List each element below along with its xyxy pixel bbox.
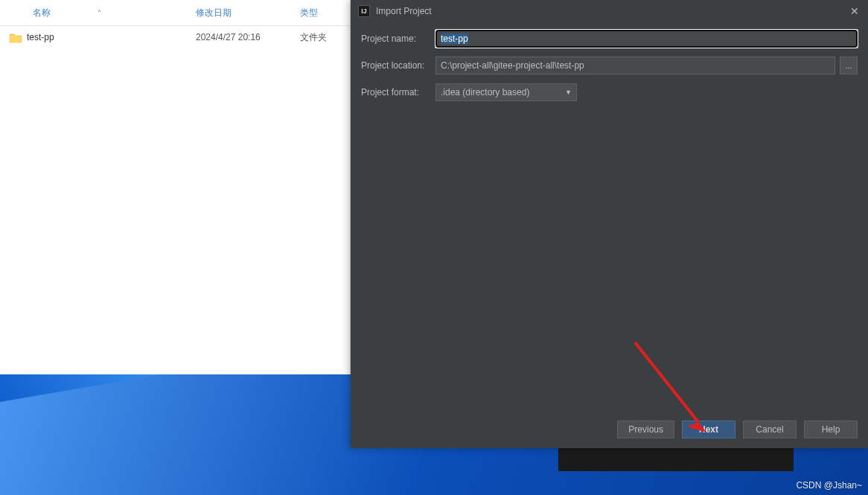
import-project-dialog: IJ Import Project ✕ Project name: Projec… (351, 0, 868, 448)
project-format-value: .idea (directory based) (441, 87, 529, 98)
file-explorer-window: 名称 ˄ 修改日期 类型 test-pp 2024/4/27 20:16 文件夹 (0, 0, 351, 374)
help-button[interactable]: Help (804, 421, 858, 438)
chevron-down-icon: ▼ (565, 89, 572, 96)
column-header-date[interactable]: 修改日期 (188, 7, 293, 19)
file-name: test-pp (27, 32, 54, 42)
browse-button[interactable]: ... (840, 57, 858, 74)
file-row[interactable]: test-pp 2024/4/27 20:16 文件夹 (0, 26, 350, 48)
file-type: 文件夹 (293, 31, 344, 44)
close-icon[interactable]: ✕ (844, 3, 865, 19)
file-date: 2024/4/27 20:16 (188, 32, 293, 42)
column-header-name[interactable]: 名称 ˄ (6, 7, 188, 19)
column-header-type[interactable]: 类型 (293, 7, 344, 19)
previous-button[interactable]: Previous (617, 421, 674, 438)
project-format-label: Project format: (361, 87, 435, 98)
project-name-label: Project name: (361, 33, 435, 44)
dialog-title: Import Project (376, 6, 432, 16)
dialog-footer: Previous Next Cancel Help (351, 418, 868, 448)
explorer-column-headers: 名称 ˄ 修改日期 类型 (0, 0, 350, 26)
project-location-input[interactable] (435, 57, 835, 74)
sort-asc-icon: ˄ (98, 9, 101, 17)
project-location-label: Project location: (361, 60, 435, 71)
cancel-button[interactable]: Cancel (743, 421, 797, 438)
project-format-select[interactable]: .idea (directory based) ▼ (435, 83, 577, 101)
dialog-body: Project name: Project location: ... Proj… (351, 22, 868, 418)
next-button[interactable]: Next (682, 421, 735, 438)
watermark: CSDN @Jshan~ (796, 480, 862, 491)
folder-icon (9, 32, 22, 42)
intellij-icon: IJ (358, 5, 370, 17)
dialog-titlebar[interactable]: IJ Import Project ✕ (351, 0, 868, 22)
project-name-input[interactable] (435, 30, 858, 48)
